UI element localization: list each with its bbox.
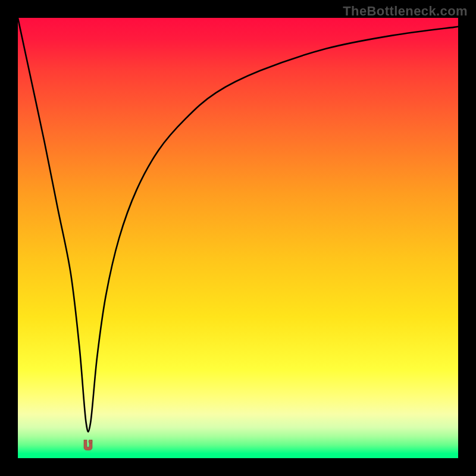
watermark: TheBottleneck.com — [343, 4, 468, 19]
plot-area — [18, 18, 458, 458]
bottleneck-curve — [18, 18, 458, 458]
chart-frame: TheBottleneck.com — [0, 0, 476, 476]
